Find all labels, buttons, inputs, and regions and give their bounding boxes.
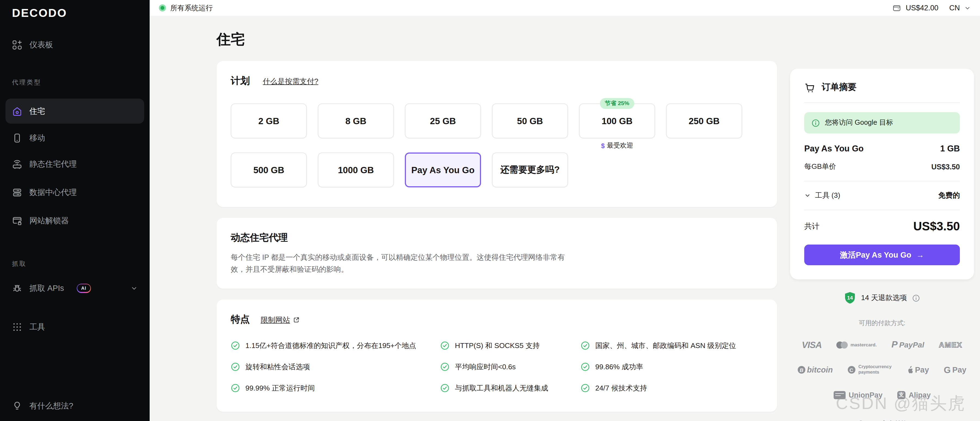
wallet-icon[interactable] — [892, 3, 901, 12]
sidebar-item-label: 住宅 — [29, 106, 45, 116]
sidebar-item-residential[interactable]: 住宅 — [5, 99, 144, 124]
plans-heading: 计划 — [231, 74, 250, 87]
refund-badge: 14 14 天退款选项 — [790, 291, 974, 305]
system-status: 所有系统运行 — [159, 3, 213, 13]
selected-plan-name: Pay As You Go — [804, 144, 864, 153]
feature-item: HTTP(S) 和 SOCKS5 支持 — [440, 341, 581, 351]
sidebar-item-feedback[interactable]: 有什么想法? — [5, 394, 144, 418]
sidebar-item-label: 数据中心代理 — [29, 187, 77, 198]
sidebar-section-proxy-types: 代理类型 — [0, 78, 150, 86]
sidebar-section-scraping: 抓取 — [0, 260, 150, 268]
plan-option-500gb[interactable]: 500 GB — [231, 153, 307, 187]
sidebar-item-mobile[interactable]: 移动 — [5, 126, 144, 150]
bitcoin-logo: B bitcoin — [798, 365, 833, 374]
arrow-right-icon: → — [916, 250, 924, 259]
sidebar-item-label: 抓取 APIs — [29, 283, 64, 293]
sidebar-item-tools[interactable]: 工具 — [5, 315, 144, 339]
feature-item: 99.86% 成功率 — [581, 362, 763, 372]
browser-unlock-icon — [12, 215, 22, 226]
restricted-sites-link[interactable]: 限制网站 — [261, 315, 290, 325]
amex-logo: AMEX — [939, 341, 963, 349]
chevron-down-icon — [804, 192, 811, 199]
dashboard-icon — [12, 40, 22, 50]
feature-item: 与抓取工具和机器人无缝集成 — [440, 383, 581, 393]
decodo-dashboard: DECODO 仪表板 代理类型 住宅 — [0, 0, 980, 421]
apple-icon — [906, 366, 913, 374]
lightbulb-icon — [12, 400, 22, 411]
router-icon — [12, 159, 22, 169]
balance[interactable]: US$42.00 — [906, 4, 939, 12]
ai-badge: AI — [76, 284, 91, 293]
info-icon — [811, 118, 820, 127]
total-value: US$3.50 — [913, 220, 960, 234]
sidebar-item-static-residential[interactable]: 静态住宅代理 — [5, 152, 144, 176]
plan-option-100gb[interactable]: 节省 25% 100 GB $ 最受欢迎 — [579, 104, 655, 138]
order-summary-panel: 订单摘要 您将访问 Google 目标 Pay As You Go 1 GB 每… — [790, 69, 974, 421]
info-icon[interactable] — [912, 294, 920, 302]
dynamic-residential-card: 动态住宅代理 每个住宅 IP 都是一个真实的移动或桌面设备，可以精确定位某个物理… — [216, 218, 777, 289]
shield-14-icon: 14 — [844, 291, 856, 305]
tools-price: 免费的 — [939, 191, 960, 201]
shield-check-icon — [857, 419, 865, 421]
sidebar-item-label: 仪表板 — [29, 40, 53, 50]
sidebar-item-label: 工具 — [29, 322, 45, 332]
dynamic-residential-description: 每个住宅 IP 都是一个真实的移动或桌面设备，可以精确定位某个物理位置。这使得住… — [231, 252, 579, 275]
tools-label: 工具 (3) — [815, 191, 840, 201]
server-icon — [12, 187, 22, 198]
home-icon — [12, 106, 22, 116]
plans-card: 计划 什么是按需支付? 2 GB 8 GB 25 GB 50 GB 节省 25%… — [216, 61, 777, 207]
activate-payg-button[interactable]: 激活Pay As You Go → — [804, 244, 960, 265]
decodo-logo: DECODO — [0, 0, 150, 20]
feature-item: 1.15亿+符合道德标准的知识产权，分布在195+个地点 — [231, 341, 440, 351]
refund-label: 14 天退款选项 — [861, 293, 907, 303]
chevron-down-icon[interactable] — [964, 5, 971, 11]
plan-option-250gb[interactable]: 250 GB — [666, 104, 742, 138]
unionpay-card-icon — [834, 391, 845, 399]
grid-dots-icon — [12, 322, 22, 332]
plan-option-1000gb[interactable]: 1000 GB — [318, 153, 394, 187]
unit-price-value: US$3.50 — [931, 163, 960, 171]
feature-item: 24/7 候技术支持 — [581, 383, 763, 393]
cryptocurrency-logo: C Cryptocurrencypayments — [848, 364, 892, 376]
payment-methods-heading: 可用的付款方式: — [790, 319, 974, 328]
features-card: 特点 限制网站 1.15亿+符合道德标准的知识产权，分布在195+个地点 — [216, 299, 777, 411]
banner-text: 您将访问 Google 目标 — [825, 118, 893, 128]
sidebar-item-datacenter[interactable]: 数据中心代理 — [5, 180, 144, 204]
plan-option-2gb[interactable]: 2 GB — [231, 104, 307, 138]
sidebar-item-scraping-apis[interactable]: 抓取 APIs AI — [5, 276, 144, 301]
bug-icon — [12, 283, 22, 293]
payg-help-link[interactable]: 什么是按需支付? — [263, 77, 318, 86]
smartphone-icon — [12, 132, 22, 143]
mastercard-logo: mastercard. — [836, 341, 877, 348]
page-title: 住宅 — [216, 30, 980, 49]
target-info-banner: 您将访问 Google 目标 — [804, 112, 960, 134]
sidebar: DECODO 仪表板 代理类型 住宅 — [0, 0, 150, 421]
ssl-secure-row: SSL安全付款 — [790, 419, 974, 421]
sidebar-item-dashboard[interactable]: 仪表板 — [5, 33, 144, 57]
status-text: 所有系统运行 — [170, 3, 213, 13]
google-pay-logo: G Pay — [944, 365, 966, 375]
cart-icon — [804, 82, 815, 93]
plan-option-need-more[interactable]: 还需要更多吗? — [492, 153, 568, 187]
plan-option-8gb[interactable]: 8 GB — [318, 104, 394, 138]
sidebar-item-label: 网站解锁器 — [29, 215, 69, 226]
unit-price-label: 每GB单价 — [804, 162, 836, 172]
most-popular-label: $ 最受欢迎 — [601, 141, 633, 150]
feature-item: 99.99% 正常运行时间 — [231, 383, 440, 393]
feature-item: 平均响应时间<0.6s — [440, 362, 581, 372]
plan-option-25gb[interactable]: 25 GB — [405, 104, 481, 138]
plan-option-pay-as-you-go[interactable]: Pay As You Go — [405, 153, 481, 187]
unionpay-logo: UnionPay — [834, 391, 883, 399]
apple-pay-logo: Pay — [906, 365, 929, 374]
paypal-logo: P PayPal — [891, 339, 924, 350]
language-selector[interactable]: CN — [949, 4, 960, 12]
sidebar-item-site-unblocker[interactable]: 网站解锁器 — [5, 209, 144, 233]
visa-logo: VISA — [802, 340, 822, 350]
order-summary-title: 订单摘要 — [822, 82, 856, 93]
tools-accordion[interactable]: 工具 (3) 免费的 — [804, 191, 960, 201]
sidebar-item-label: 移动 — [29, 132, 45, 143]
topbar: 所有系统运行 US$42.00 CN — [150, 0, 980, 16]
chevron-down-icon[interactable] — [130, 285, 138, 292]
feature-item: 旋转和粘性会话选项 — [231, 362, 440, 372]
plan-option-50gb[interactable]: 50 GB — [492, 104, 568, 138]
